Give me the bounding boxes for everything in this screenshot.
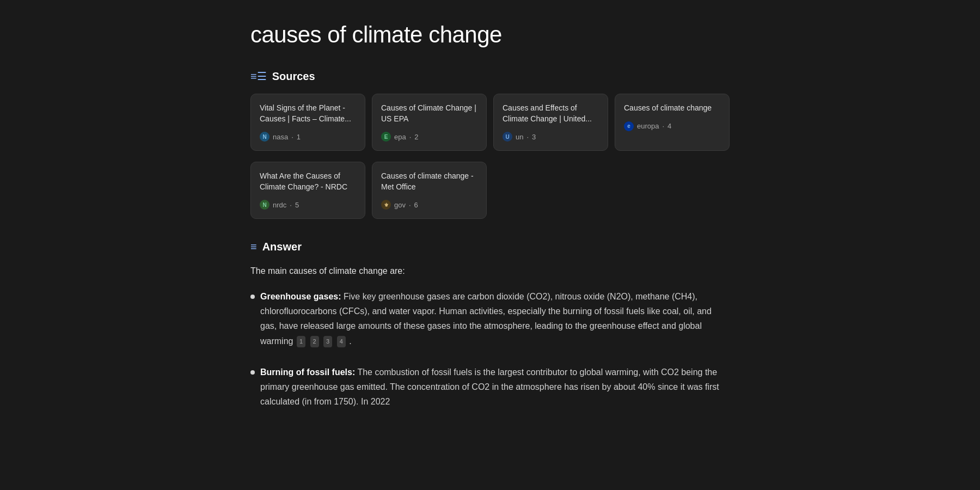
source-favicon-1: N [260,132,270,142]
source-number-5: 5 [295,201,299,209]
citation-2[interactable]: 2 [310,336,319,347]
source-dot-4: · [662,122,664,130]
source-empty-2 [615,162,730,219]
answer-term-fossil: Burning of fossil fuels: [260,367,355,377]
answer-text-fossil: Burning of fossil fuels: The combustion … [260,365,730,409]
source-meta-1: N nasa · 1 [260,132,356,142]
source-domain-3: un [516,133,523,141]
citation-3[interactable]: 3 [323,336,332,347]
citation-4[interactable]: 4 [337,336,346,347]
sources-grid-row1: Vital Signs of the Planet - Causes | Fac… [250,94,730,151]
source-domain-6: gov [394,201,406,209]
source-card-2[interactable]: Causes of Climate Change | US EPA E epa … [372,94,487,151]
source-title-3: Causes and Effects of Climate Change | U… [503,103,599,124]
source-dot-3: · [526,133,529,141]
source-number-1: 1 [297,133,301,141]
source-meta-4: e europa · 4 [624,121,720,131]
source-domain-2: epa [394,133,406,141]
answer-item-greenhouse: Greenhouse gases: Five key greenhouse ga… [250,289,730,348]
source-favicon-2: E [381,132,391,142]
source-meta-2: E epa · 2 [381,132,477,142]
main-content: causes of climate change ≡☰ Sources Vita… [218,0,762,447]
answer-section: ≡ Answer The main causes of climate chan… [250,241,730,409]
source-meta-6: ⚜ gov · 6 [381,200,477,210]
answer-text-greenhouse: Greenhouse gases: Five key greenhouse ga… [260,289,730,348]
sources-title: Sources [272,70,315,83]
source-number-4: 4 [667,122,671,130]
source-domain-1: nasa [273,133,288,141]
source-title-6: Causes of climate change - Met Office [381,171,477,192]
source-card-5[interactable]: What Are the Causes of Climate Change? -… [250,162,365,219]
answer-intro: The main causes of climate change are: [250,264,730,278]
source-empty-1 [493,162,608,219]
bullet-dot-1 [250,295,255,299]
source-dot-1: · [291,133,293,141]
source-favicon-6: ⚜ [381,200,391,210]
source-card-6[interactable]: Causes of climate change - Met Office ⚜ … [372,162,487,219]
answer-item-fossil: Burning of fossil fuels: The combustion … [250,365,730,409]
answer-icon: ≡ [250,241,257,253]
bullet-dot-2 [250,370,255,375]
source-number-3: 3 [532,133,536,141]
source-card-3[interactable]: Causes and Effects of Climate Change | U… [493,94,608,151]
source-title-5: What Are the Causes of Climate Change? -… [260,171,356,192]
source-favicon-3: U [503,132,512,142]
source-title-1: Vital Signs of the Planet - Causes | Fac… [260,103,356,124]
page-title: causes of climate change [250,22,730,48]
source-favicon-5: N [260,200,270,210]
citation-1[interactable]: 1 [297,336,305,347]
sources-icon: ≡☰ [250,70,267,83]
source-meta-5: N nrdc · 5 [260,200,356,210]
source-card-1[interactable]: Vital Signs of the Planet - Causes | Fac… [250,94,365,151]
source-dot-6: · [409,201,411,209]
citation-period: . [349,336,351,346]
answer-header: ≡ Answer [250,241,730,253]
source-dot-5: · [290,201,292,209]
source-meta-3: U un · 3 [503,132,599,142]
source-number-6: 6 [414,201,418,209]
source-dot-2: · [409,133,412,141]
answer-list: Greenhouse gases: Five key greenhouse ga… [250,289,730,409]
source-favicon-4: e [624,121,634,131]
source-title-4: Causes of climate change [624,103,720,114]
sources-header: ≡☰ Sources [250,70,730,83]
source-domain-5: nrdc [273,201,286,209]
source-card-4[interactable]: Causes of climate change e europa · 4 [615,94,730,151]
answer-term-greenhouse: Greenhouse gases: [260,292,341,301]
source-title-2: Causes of Climate Change | US EPA [381,103,477,124]
source-number-2: 2 [414,133,418,141]
source-domain-4: europa [637,122,659,130]
sources-grid-row2: What Are the Causes of Climate Change? -… [250,162,730,219]
answer-title: Answer [262,241,302,253]
